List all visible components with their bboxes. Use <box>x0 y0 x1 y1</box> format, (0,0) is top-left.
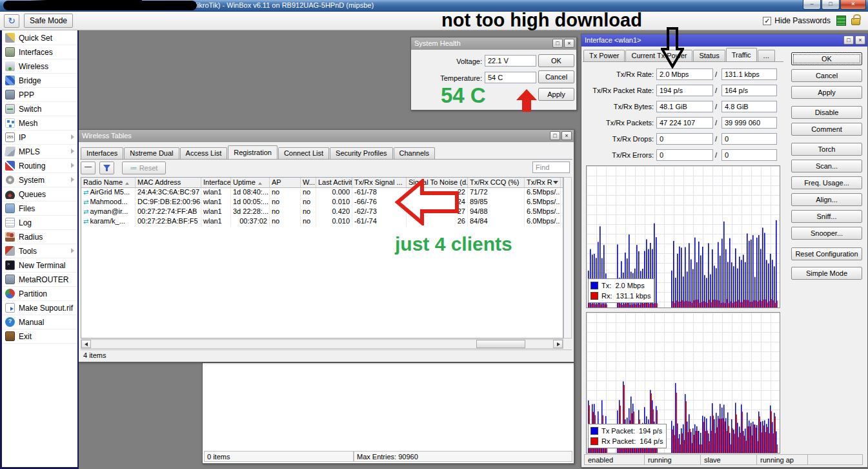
ok-button[interactable]: OK <box>791 52 862 65</box>
sidebar-item-exit[interactable]: Exit <box>2 329 77 344</box>
checkmark-icon: ✓ <box>764 17 770 25</box>
sidebar-item-bridge[interactable]: Bridge <box>2 74 77 88</box>
torch-button[interactable]: Torch <box>791 143 862 156</box>
sidebar-item-wireless[interactable]: Wireless <box>2 59 77 74</box>
safe-mode-button[interactable]: Safe Mode <box>24 14 73 28</box>
sidebar-item-mpls[interactable]: MPLS <box>2 145 77 159</box>
wireless-tables-titlebar[interactable]: Wireless Tables □ × <box>79 130 574 142</box>
horizontal-scrollbar[interactable] <box>81 339 563 349</box>
sidebar-item-ppp[interactable]: PPP <box>2 88 77 102</box>
undo-redo-button[interactable]: ↻ <box>4 14 19 28</box>
sidebar-item-tools[interactable]: Tools <box>2 244 77 258</box>
align-button[interactable]: Align... <box>791 193 862 206</box>
table-row[interactable]: ⇄Mahmood...DC:9F:DB:E2:00:96wlan11d 00:0… <box>81 198 563 207</box>
sidebar-item-partition[interactable]: Partition <box>2 287 77 301</box>
tab-status[interactable]: Status <box>693 50 725 61</box>
reset-configuration-button[interactable]: Reset Configuration <box>791 247 862 260</box>
column-header-radio-name[interactable]: Radio Name <box>81 178 136 187</box>
sidebar-item-mesh[interactable]: Mesh <box>2 116 77 130</box>
sidebar-item-files[interactable]: Files <box>2 202 77 216</box>
table-row[interactable]: ⇄karam/k_...00:27:22:BA:BF:F5wlan100:37:… <box>81 217 563 227</box>
maximize-button[interactable]: □ <box>552 39 563 48</box>
log-window[interactable]: 0 items Max Entries: 90960 <box>202 362 574 464</box>
close-button[interactable]: × <box>840 0 866 10</box>
sidebar-item-queues[interactable]: Queues <box>2 187 77 202</box>
ok-button[interactable]: OK <box>538 54 574 67</box>
restore-button[interactable]: □ <box>822 0 840 10</box>
column-header-tx-rx-r[interactable]: Tx/Rx R <box>525 178 561 187</box>
tab-security-profiles[interactable]: Security Profiles <box>330 147 392 159</box>
reset-button[interactable]: ≔ Reset <box>122 162 166 174</box>
sidebar-item-ip[interactable]: IP <box>2 130 77 145</box>
tab-tx-power[interactable]: Tx Power <box>583 50 625 61</box>
cancel-button[interactable]: Cancel <box>791 69 862 82</box>
column-header-uptime[interactable]: Uptime <box>231 178 270 187</box>
sidebar-item-make-supout-rif[interactable]: Make Supout.rif <box>2 301 77 315</box>
sidebar-item-log[interactable]: Log <box>2 216 77 230</box>
table-row[interactable]: ⇄ayman@ir...00:27:22:74:FF:ABwlan13d 22:… <box>81 207 563 217</box>
sidebar-item-switch[interactable]: Switch <box>2 102 77 116</box>
freq-usage-button[interactable]: Freq. Usage... <box>791 176 862 189</box>
close-button[interactable]: × <box>561 131 572 140</box>
sidebar-item-interfaces[interactable]: Interfaces <box>2 45 77 59</box>
comment-button[interactable]: Comment <box>791 123 862 136</box>
cell-uptime: 3d 22:28:... <box>231 207 270 217</box>
sidebar-item-routing[interactable]: Routing <box>2 159 77 173</box>
slash-separator: / <box>715 119 717 127</box>
system-health-titlebar[interactable]: System Health □ × <box>411 37 576 50</box>
tab-interfaces[interactable]: Interfaces <box>81 147 123 159</box>
column-header-tx-rx-ccq[interactable]: Tx/Rx CCQ (%) <box>468 178 525 187</box>
column-header-mac-address[interactable]: MAC Address <box>136 178 201 187</box>
tab-nstreme-dual[interactable]: Nstreme Dual <box>124 147 179 159</box>
column-header-last-activit[interactable]: Last Activit... <box>316 178 352 187</box>
disable-button[interactable]: Disable <box>791 106 862 119</box>
window-title: (MikroTik) - WinBox v6.11 on RB912UAG-5H… <box>189 1 374 9</box>
sniff-button[interactable]: Sniff... <box>791 210 862 223</box>
sidebar-item-quick-set[interactable]: Quick Set <box>2 31 77 45</box>
column-header-w[interactable]: W... <box>301 178 316 187</box>
main-titlebar[interactable]: (MikroTik) - WinBox v6.11 on RB912UAG-5H… <box>0 0 868 12</box>
sidebar-item-metarouter[interactable]: MetaROUTER <box>2 273 77 287</box>
tab-access-list[interactable]: Access List <box>180 147 228 159</box>
registration-table[interactable]: Radio NameMAC AddressInterfaceUptimeAPW.… <box>81 177 563 339</box>
simple-mode-button[interactable]: Simple Mode <box>791 267 862 280</box>
tab-connect-list[interactable]: Connect List <box>278 147 329 159</box>
scroll-right-button[interactable] <box>553 340 563 348</box>
close-button[interactable]: × <box>564 39 574 48</box>
sidebar-item-label: Exit <box>19 332 32 341</box>
cancel-button[interactable]: Cancel <box>538 70 574 83</box>
scroll-left-button[interactable] <box>81 340 91 348</box>
tab-traffic[interactable]: Traffic <box>726 48 757 61</box>
scrollbar-thumb[interactable] <box>476 340 525 348</box>
wireless-tables-tabs: InterfacesNstreme DualAccess ListRegistr… <box>81 145 435 159</box>
status-cell-running-ap: running ap <box>756 454 808 465</box>
hide-passwords-checkbox[interactable]: ✓ <box>763 17 771 25</box>
interface-wlan1-window[interactable]: Interface <wlan1> □ × Tx PowerCurrent Tx… <box>581 34 868 468</box>
apply-button[interactable]: Apply <box>791 86 862 99</box>
scan-button[interactable]: Scan... <box>791 160 862 172</box>
sidebar-item-new-terminal[interactable]: New Terminal <box>2 258 77 273</box>
sidebar-item-radius[interactable]: Radius <box>2 230 77 244</box>
sidebar-item-label: MPLS <box>19 147 40 156</box>
filter-dropdown-icon[interactable] <box>553 181 558 184</box>
apply-button[interactable]: Apply <box>538 88 574 101</box>
maximize-button[interactable]: □ <box>550 131 560 140</box>
system-health-window[interactable]: System Health □ × Voltage: 22.1 V Temper… <box>410 37 577 110</box>
find-input[interactable]: Find <box>532 162 570 173</box>
filter-button[interactable] <box>99 162 114 174</box>
legend-text: Tx: 2.0 Mbps <box>601 282 645 289</box>
sidebar-item-manual[interactable]: Manual <box>2 315 77 329</box>
tab-registration[interactable]: Registration <box>228 145 278 159</box>
column-header-interface[interactable]: Interface <box>201 178 231 187</box>
stat-rx-value: 39 999 060 <box>722 117 777 129</box>
remove-button[interactable]: — <box>81 162 96 174</box>
table-row[interactable]: ⇄AirGrid M5...24:A4:3C:6A:BC:97wlan11d 0… <box>81 188 563 198</box>
vertical-scrollbar[interactable] <box>563 177 572 339</box>
tab-more[interactable]: ... <box>758 50 775 61</box>
sidebar-item-system[interactable]: System <box>2 173 77 187</box>
tab-channels[interactable]: Channels <box>394 147 435 159</box>
minimize-button[interactable]: – <box>803 0 821 10</box>
snooper-button[interactable]: Snooper... <box>791 227 862 240</box>
stat-label: Tx/Rx Rate: <box>581 70 654 78</box>
column-header-ap[interactable]: AP <box>270 178 301 187</box>
